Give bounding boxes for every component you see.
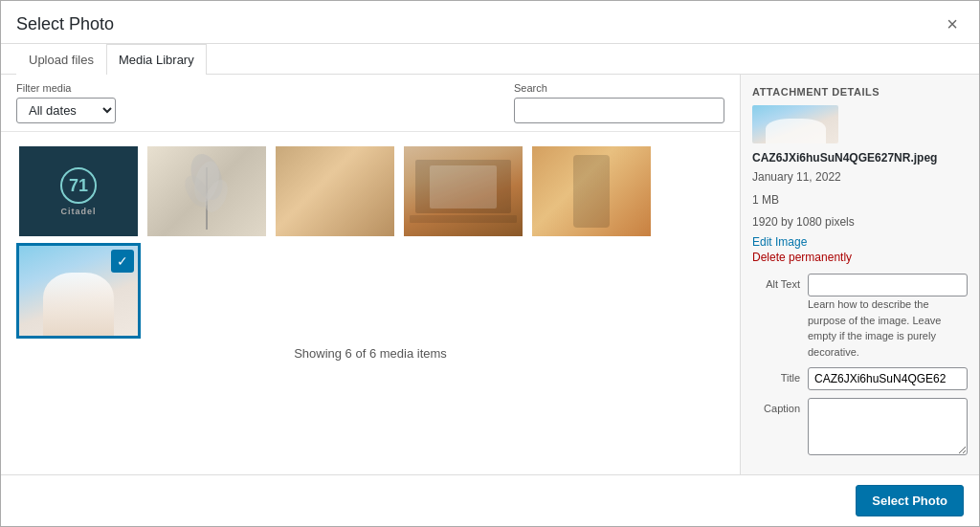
select-photo-button[interactable]: Select Photo xyxy=(856,485,964,516)
tab-media-library[interactable]: Media Library xyxy=(106,44,207,75)
media-item-laptop[interactable] xyxy=(401,143,525,239)
title-row: Title xyxy=(752,367,968,390)
filter-group: Filter media All dates xyxy=(16,82,116,123)
attachment-thumbnail xyxy=(752,105,838,143)
date-filter-select[interactable]: All dates xyxy=(16,98,116,123)
caption-textarea[interactable] xyxy=(808,398,968,455)
edit-image-link[interactable]: Edit Image xyxy=(752,235,968,249)
alt-text-input[interactable] xyxy=(808,274,968,296)
modal-title: Select Photo xyxy=(16,14,114,34)
title-field-group: Title xyxy=(752,367,968,390)
alt-text-field-group: Alt Text Learn how to describe the purpo… xyxy=(752,274,968,360)
main-area: Filter media All dates Search xyxy=(1,75,740,474)
close-button[interactable]: × xyxy=(941,12,964,35)
title-input[interactable] xyxy=(808,367,968,390)
modal-footer: Select Photo xyxy=(1,474,979,526)
media-item-photographer[interactable]: ✓ xyxy=(16,243,141,339)
modal-body: Filter media All dates Search xyxy=(1,75,979,474)
search-label: Search xyxy=(514,82,547,94)
tabs-bar: Upload files Media Library xyxy=(1,44,979,75)
attachment-sidebar: ATTACHMENT DETAILS CAZ6JXi6huSuN4QGE627N… xyxy=(740,75,979,474)
attachment-details-header: ATTACHMENT DETAILS xyxy=(752,86,968,98)
caption-label: Caption xyxy=(752,398,800,414)
media-grid: 71 Citadel xyxy=(16,143,724,339)
search-group: Search xyxy=(514,82,724,123)
alt-text-row: Alt Text xyxy=(752,274,968,296)
attachment-dimensions: 1920 by 1080 pixels xyxy=(752,213,968,231)
caption-field-group: Caption xyxy=(752,398,968,455)
media-toolbar: Filter media All dates Search xyxy=(1,75,740,132)
alt-text-help: Learn how to describe the purpose of the… xyxy=(808,296,968,360)
caption-row: Caption xyxy=(752,398,968,455)
svg-text:71: 71 xyxy=(69,176,88,195)
tab-upload[interactable]: Upload files xyxy=(16,44,106,75)
media-item-plant[interactable] xyxy=(145,143,269,239)
media-count: Showing 6 of 6 media items xyxy=(16,339,724,368)
attachment-filesize: 1 MB xyxy=(752,191,968,209)
media-grid-area: 71 Citadel xyxy=(1,132,740,474)
media-library-modal: Select Photo × Upload files Media Librar… xyxy=(0,0,980,527)
media-item-room[interactable] xyxy=(273,143,397,239)
title-label: Title xyxy=(752,367,800,384)
alt-text-label: Alt Text xyxy=(752,274,800,290)
media-item-phone[interactable] xyxy=(529,143,654,239)
attachment-filename: CAZ6JXi6huSuN4QGE627NR.jpeg xyxy=(752,151,968,165)
attachment-date: January 11, 2022 xyxy=(752,168,968,187)
delete-permanently-link[interactable]: Delete permanently xyxy=(752,251,968,264)
selected-checkmark: ✓ xyxy=(111,250,134,273)
modal-header: Select Photo × xyxy=(1,1,979,44)
media-item-citadel[interactable]: 71 Citadel xyxy=(16,143,141,239)
filter-label: Filter media xyxy=(16,82,116,94)
search-input[interactable] xyxy=(514,98,724,123)
